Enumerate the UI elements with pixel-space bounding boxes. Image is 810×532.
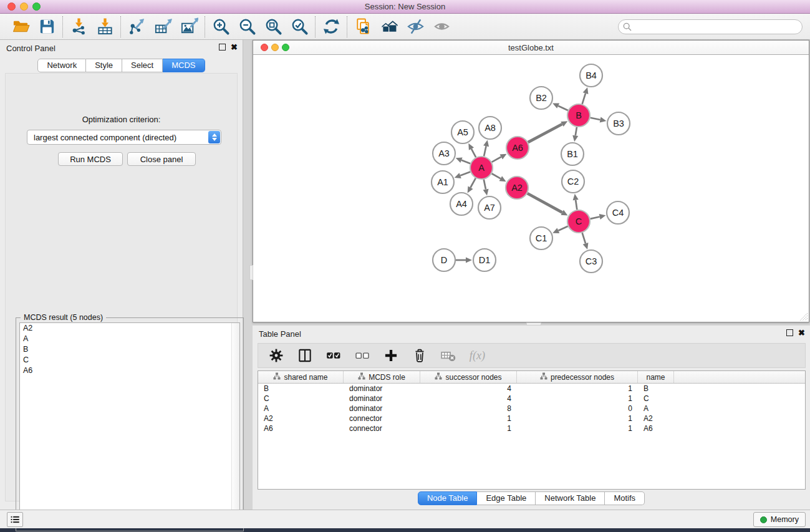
add-icon[interactable] (383, 347, 399, 364)
splitter-handle[interactable] (249, 265, 253, 280)
graph-node-B2[interactable]: B2 (530, 87, 552, 109)
table-cell[interactable]: A (258, 404, 344, 414)
graph-edge-A-A4[interactable] (468, 178, 476, 193)
tab-node-table[interactable]: Node Table (418, 491, 478, 505)
table-cell[interactable]: 0 (517, 404, 638, 414)
table-cell[interactable]: A2 (258, 414, 344, 423)
graph-node-B3[interactable]: B3 (607, 112, 630, 135)
table-cell[interactable]: C (638, 394, 674, 404)
table-cell[interactable]: dominator (344, 394, 420, 404)
float-table-panel-icon[interactable] (786, 329, 793, 336)
resize-grip-icon[interactable] (799, 312, 808, 321)
run-mcds-button[interactable]: Run MCDS (58, 152, 123, 166)
task-history-button[interactable] (7, 512, 23, 527)
table-cell[interactable]: 1 (420, 414, 517, 423)
export-network-icon[interactable] (127, 17, 146, 36)
table-cell[interactable]: 4 (420, 394, 517, 404)
zoom-out-icon[interactable] (238, 17, 256, 36)
table-cell[interactable]: dominator (344, 404, 420, 414)
table-cell[interactable]: dominator (344, 384, 420, 394)
graph-node-B1[interactable]: B1 (561, 143, 584, 165)
graph-node-A1[interactable]: A1 (432, 171, 454, 193)
graph-edge-A-A1[interactable] (455, 172, 470, 178)
close-panel-button[interactable]: Close panel (127, 152, 196, 166)
zoom-in-icon[interactable] (211, 17, 230, 36)
zoom-selected-icon[interactable] (290, 17, 309, 36)
gear-icon[interactable] (268, 347, 284, 364)
graph-edge-A-A5[interactable] (468, 143, 476, 157)
table-cell[interactable]: A (638, 404, 674, 414)
table-row[interactable]: A6connector11A6 (258, 423, 805, 433)
zoom-fit-icon[interactable] (264, 17, 282, 36)
graph-node-D[interactable]: D (433, 249, 455, 271)
table-row[interactable]: A2connector11A2 (258, 414, 805, 423)
graph-node-B[interactable]: B (567, 104, 590, 127)
table-cell[interactable]: B (258, 384, 344, 394)
tab-motifs[interactable]: Motifs (605, 491, 645, 505)
graph-node-A7[interactable]: A7 (478, 196, 501, 219)
column-header-MCDS-role[interactable]: MCDS role (344, 371, 420, 383)
table-cell[interactable]: connector (344, 423, 420, 433)
graph-edge-B-B4[interactable] (582, 87, 589, 104)
eye-icon[interactable] (432, 17, 451, 36)
graph-node-C1[interactable]: C1 (530, 227, 552, 249)
tab-edge-table[interactable]: Edge Table (477, 491, 536, 505)
column-header-shared-name[interactable]: shared name (258, 371, 344, 383)
graph-node-C3[interactable]: C3 (580, 250, 602, 273)
table-cell[interactable]: 1 (517, 414, 638, 423)
graph-edge-A-A3[interactable] (456, 157, 471, 163)
graph-node-A[interactable]: A (470, 157, 493, 179)
graph-edge-C-C3[interactable] (582, 233, 589, 249)
table-cell[interactable]: 1 (420, 423, 517, 433)
graph-edge-C-C1[interactable] (552, 226, 567, 233)
import-table-icon[interactable] (95, 17, 114, 36)
save-icon[interactable] (37, 17, 56, 36)
hide-eye-icon[interactable] (406, 17, 425, 36)
table-cell[interactable]: 8 (420, 404, 517, 414)
network-graph-canvas[interactable]: B4B2BB3A5A8A6A3B1AA1C2A2A4A7C4CC1C3DD1 (253, 55, 809, 322)
mcds-result-item[interactable]: A2 (20, 323, 239, 334)
mcds-result-item[interactable]: A (20, 334, 239, 344)
graph-edge-B-B2[interactable] (552, 103, 568, 110)
graph-edge-B-B1[interactable] (572, 127, 578, 142)
table-cell[interactable]: connector (344, 414, 420, 423)
table-cell[interactable]: 1 (517, 384, 638, 394)
search-input[interactable] (618, 19, 803, 34)
table-cell[interactable]: 1 (517, 394, 638, 404)
graph-edge-A-A8[interactable] (483, 140, 489, 157)
tab-mcds[interactable]: MCDS (163, 59, 205, 72)
float-panel-icon[interactable] (219, 44, 226, 51)
graph-edge-A-A2[interactable] (492, 173, 506, 181)
graph-node-C4[interactable]: C4 (607, 201, 629, 224)
mcds-result-item[interactable]: C (20, 355, 239, 365)
table-row[interactable]: Adominator80A (258, 404, 805, 414)
graph-node-A4[interactable]: A4 (450, 193, 473, 215)
graph-node-B4[interactable]: B4 (580, 64, 602, 87)
table-cell[interactable]: A2 (638, 414, 674, 423)
graph-node-A2[interactable]: A2 (506, 177, 528, 199)
home-icon[interactable] (380, 17, 398, 36)
tab-network[interactable]: Network (37, 59, 86, 72)
mcds-result-item[interactable]: A6 (20, 365, 239, 376)
graph-edge-C-C2[interactable] (573, 194, 579, 210)
graph-edge-C-C4[interactable] (591, 214, 606, 220)
mcds-result-item[interactable]: B (20, 344, 239, 355)
table-row[interactable]: Bdominator41B (258, 384, 805, 394)
import-network-icon[interactable] (69, 17, 88, 36)
graph-node-D1[interactable]: D1 (473, 249, 496, 271)
select-all-icon[interactable] (325, 347, 342, 364)
table-cell[interactable]: 4 (420, 384, 517, 394)
export-image-icon[interactable] (180, 17, 198, 36)
graph-edge-D-D1[interactable] (456, 257, 472, 263)
tab-network-table[interactable]: Network Table (536, 491, 605, 505)
network-window-titlebar[interactable]: testGlobe.txt (253, 41, 809, 55)
graph-node-C[interactable]: C (567, 210, 590, 233)
refresh-icon[interactable] (322, 17, 340, 36)
table-cell[interactable]: A6 (258, 423, 344, 433)
graph-edge-A6-B[interactable] (528, 121, 568, 142)
graph-edge-B-B3[interactable] (591, 117, 607, 123)
tab-select[interactable]: Select (122, 59, 163, 72)
close-panel-icon[interactable]: ✖ (231, 44, 238, 51)
export-table-icon[interactable] (153, 17, 172, 36)
delete-icon[interactable] (412, 347, 428, 364)
